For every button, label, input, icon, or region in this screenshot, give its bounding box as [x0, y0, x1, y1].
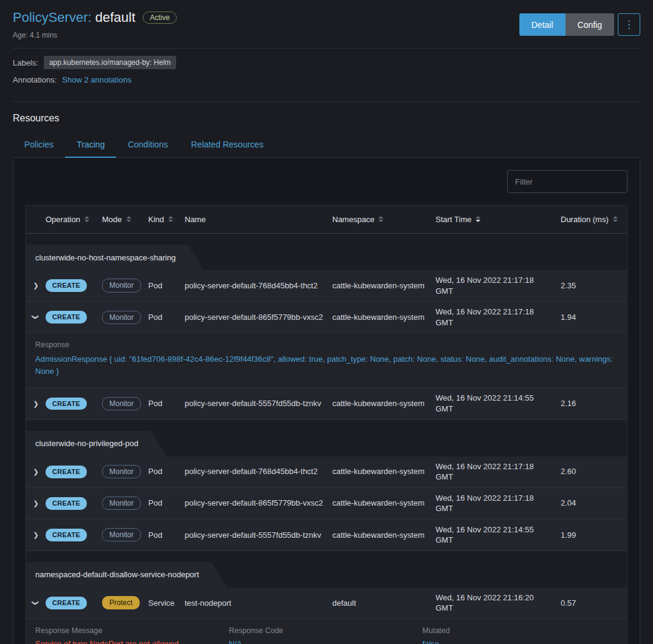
tab-related-resources[interactable]: Related Resources: [180, 134, 275, 157]
table-row[interactable]: ❯ CREATE Monitor Pod policy-server-defau…: [26, 488, 627, 520]
kind-cell: Pod: [148, 307, 185, 328]
col-header-name[interactable]: Name: [185, 209, 332, 230]
table-row[interactable]: ❯ CREATE Monitor Pod policy-server-defau…: [26, 456, 627, 488]
duration-cell: 2.04: [561, 493, 627, 514]
chevron-right-icon[interactable]: ❯: [33, 467, 38, 476]
col-header-start-time[interactable]: Start Time: [436, 209, 561, 230]
policy-group-tab: clusterwide-no-host-namespace-sharing: [26, 245, 203, 270]
annotations-label: Annotations:: [13, 75, 56, 84]
tab-policies[interactable]: Policies: [13, 134, 65, 157]
chevron-down-icon[interactable]: ❯: [32, 314, 41, 320]
chevron-right-icon[interactable]: ❯: [33, 281, 38, 290]
detail-button[interactable]: Detail: [519, 13, 566, 36]
chevron-right-icon[interactable]: ❯: [33, 399, 38, 408]
show-annotations-link[interactable]: Show 2 annotations: [62, 75, 131, 84]
col-header-kind[interactable]: Kind: [148, 209, 185, 230]
col-header-mode[interactable]: Mode: [102, 209, 148, 230]
duration-cell: 2.16: [561, 393, 627, 414]
start-time-cell: Wed, 16 Nov 2022 21:17:18 GMT: [436, 456, 561, 487]
col-label-mode: Mode: [102, 214, 122, 225]
table-row[interactable]: ❯ CREATE Monitor Pod policy-server-defau…: [26, 270, 627, 302]
metadata-section: Labels: app.kubernetes.io/managed-by: He…: [13, 49, 640, 93]
kind-cell: Pod: [148, 461, 185, 482]
name-cell: policy-server-default-5557fd55db-tznkv: [185, 393, 332, 414]
response-message-value: Service of type NodePort are not allowed: [35, 639, 229, 644]
response-value: AdmissionResponse { uid: "61fed706-898f-…: [35, 353, 616, 378]
row-response-detail: Response AdmissionResponse { uid: "61fed…: [26, 333, 627, 388]
name-cell: policy-server-default-768d45bb4-thct2: [185, 276, 332, 296]
label-tag: app.kubernetes.io/managed-by: Helm: [44, 56, 176, 69]
col-label-kind: Kind: [148, 214, 164, 225]
namespace-cell: cattle-kubewarden-system: [332, 461, 436, 482]
start-time-cell: Wed, 16 Nov 2022 21:14:55 GMT: [436, 388, 561, 419]
filter-row: [26, 170, 627, 193]
duration-cell: 1.99: [561, 525, 627, 546]
kind-cell: Pod: [148, 525, 185, 546]
header-left: PolicyServer: default Active Age: 4.1 mi…: [13, 10, 177, 39]
resource-name: default: [95, 10, 135, 25]
mutated-label: Mutated: [422, 626, 616, 635]
page-title: PolicyServer: default: [13, 10, 135, 25]
resources-title: Resources: [13, 113, 640, 124]
table-row-expanded[interactable]: ❯ CREATE Protect Service test-nodeport d…: [26, 588, 627, 619]
duration-cell: 2.60: [561, 461, 627, 482]
mode-badge: Monitor: [102, 528, 141, 541]
chevron-right-icon[interactable]: ❯: [33, 530, 38, 540]
col-header-duration[interactable]: Duration (ms): [561, 209, 627, 230]
namespace-cell: default: [332, 593, 436, 614]
sort-icon: [168, 216, 173, 222]
col-header-namespace[interactable]: Namespace: [332, 209, 436, 230]
table-row-expanded[interactable]: ❯ CREATE Monitor Pod policy-server-defau…: [26, 302, 627, 333]
start-time-cell: Wed, 16 Nov 2022 21:16:20 GMT: [436, 588, 561, 619]
status-badge: Active: [143, 12, 177, 24]
duration-cell: 2.35: [561, 276, 627, 296]
sort-icon-active: [476, 216, 480, 222]
policy-group-header: clusterwide-no-privileged-pod: [26, 420, 627, 456]
response-message-label: Response Message: [35, 626, 229, 635]
row-response-detail-columns: Response Message Service of type NodePor…: [26, 619, 627, 644]
chevron-down-icon[interactable]: ❯: [32, 600, 41, 606]
namespace-cell: cattle-kubewarden-system: [332, 307, 436, 328]
config-button[interactable]: Config: [566, 13, 614, 36]
namespace-cell: cattle-kubewarden-system: [332, 493, 436, 514]
resource-type: PolicyServer:: [13, 10, 92, 25]
tab-conditions[interactable]: Conditions: [116, 134, 179, 157]
name-cell: policy-server-default-865f5779bb-vxsc2: [185, 307, 332, 328]
kebab-icon: ⋮: [624, 19, 634, 30]
age-text: Age: 4.1 mins: [13, 31, 177, 39]
table-row[interactable]: ❯ CREATE Monitor Pod policy-server-defau…: [26, 520, 627, 551]
labels-row: Labels: app.kubernetes.io/managed-by: He…: [13, 56, 640, 69]
kebab-menu-button[interactable]: ⋮: [618, 13, 640, 36]
operation-badge: CREATE: [46, 497, 87, 510]
col-header-operation[interactable]: Operation: [46, 209, 102, 230]
operation-badge: CREATE: [46, 311, 87, 324]
sort-icon: [613, 216, 618, 222]
name-cell: policy-server-default-5557fd55db-tznkv: [185, 525, 332, 546]
policy-group-header: namespaced-default-disallow-service-node…: [26, 551, 627, 588]
tab-tracing[interactable]: Tracing: [65, 134, 116, 158]
start-time-cell: Wed, 16 Nov 2022 21:17:18 GMT: [436, 302, 561, 333]
namespace-cell: cattle-kubewarden-system: [332, 525, 436, 546]
response-code-col: Response Code N/A: [229, 626, 423, 644]
policy-group-tab: clusterwide-no-privileged-pod: [26, 431, 166, 456]
mode-badge: Monitor: [102, 279, 141, 292]
start-time-cell: Wed, 16 Nov 2022 21:17:18 GMT: [436, 270, 561, 301]
policy-server-detail-page: PolicyServer: default Active Age: 4.1 mi…: [0, 0, 653, 644]
sort-icon: [126, 216, 131, 222]
filter-input[interactable]: [507, 170, 627, 193]
mutated-col: Mutated false: [422, 626, 616, 644]
name-cell: policy-server-default-865f5779bb-vxsc2: [185, 493, 332, 514]
namespace-cell: cattle-kubewarden-system: [332, 276, 436, 296]
sort-icon: [84, 216, 89, 222]
col-label-operation: Operation: [46, 214, 80, 225]
tracing-tab-panel: Operation Mode Kind Name Namespace: [13, 158, 640, 644]
table-row[interactable]: ❯ CREATE Monitor Pod policy-server-defau…: [26, 388, 627, 419]
policy-group-header: clusterwide-no-host-namespace-sharing: [26, 234, 627, 270]
kind-cell: Pod: [148, 276, 185, 296]
duration-cell: 0.57: [561, 593, 627, 614]
sort-icon: [378, 216, 383, 222]
mode-badge: Protect: [102, 596, 140, 609]
start-time-cell: Wed, 16 Nov 2022 21:17:18 GMT: [436, 488, 561, 519]
chevron-right-icon[interactable]: ❯: [33, 499, 38, 508]
operation-badge: CREATE: [46, 597, 87, 609]
